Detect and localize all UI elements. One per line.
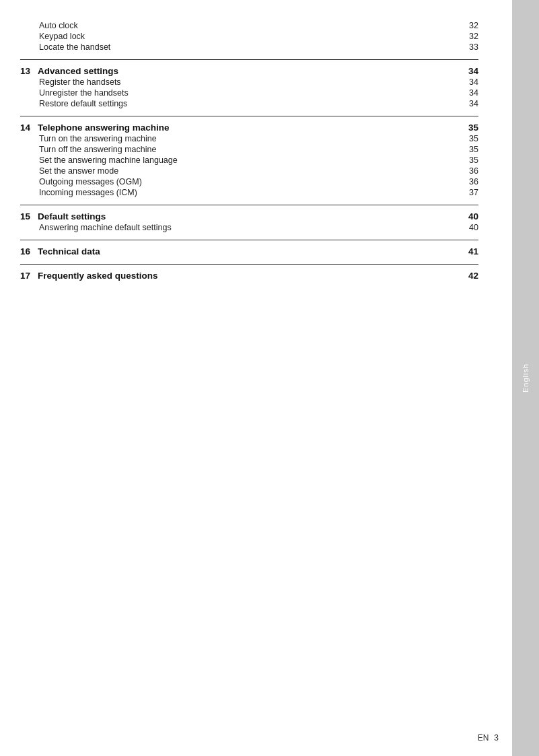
list-item: Unregister the handsets 34 (20, 88, 478, 98)
language-sidebar: English (512, 0, 539, 756)
section-divider (20, 264, 478, 265)
toc-item-label: Outgoing messages (OGM) (39, 177, 462, 186)
list-item: Restore default settings 34 (20, 98, 478, 109)
footer-page-number: 3 (494, 733, 499, 743)
toc-intro-section: Auto clock 32 Keypad lock 32 Locate the … (20, 20, 478, 53)
section-divider (20, 116, 478, 116)
toc-item-label: Set the answering machine language (39, 156, 462, 165)
toc-item-page: 32 (462, 21, 478, 30)
toc-item-label: Turn off the answering machine (39, 145, 462, 154)
list-item: Keypad lock 32 (20, 31, 478, 42)
footer-language: EN (478, 733, 489, 743)
section-title-row: 17 Frequently asked questions 42 (20, 270, 478, 281)
section-title-row: 14 Telephone answering machine 35 (20, 122, 478, 133)
list-item: Turn on the answering machine 35 (20, 133, 478, 144)
section-number: 13 (20, 66, 35, 76)
section-number: 17 (20, 271, 35, 281)
toc-item-label: Unregister the handsets (39, 88, 462, 98)
section-title-page: 42 (462, 271, 478, 281)
section-title-row: 13 Advanced settings 34 (20, 65, 478, 77)
language-label: English (522, 364, 530, 392)
list-item: Set the answering machine language 35 (20, 155, 478, 166)
toc-item-page: 37 (462, 188, 478, 197)
toc-item-page: 40 (462, 223, 478, 232)
section-number: 16 (20, 246, 35, 256)
toc-item-page: 35 (462, 134, 478, 143)
toc-item-page: 34 (462, 88, 478, 98)
section-number: 14 (20, 123, 35, 133)
section-title-label: Frequently asked questions (38, 271, 462, 281)
section-title-label: Technical data (38, 246, 462, 256)
section-divider (20, 59, 478, 60)
section-title-label: Default settings (38, 211, 462, 221)
toc-item-page: 35 (462, 156, 478, 165)
toc-section-14: 14 Telephone answering machine 35 Turn o… (20, 116, 478, 198)
list-item: Set the answer mode 36 (20, 166, 478, 176)
section-title-page: 35 (462, 123, 478, 133)
list-item: Outgoing messages (OGM) 36 (20, 176, 478, 187)
section-divider (20, 205, 478, 205)
toc-item-page: 36 (462, 177, 478, 186)
toc-item-label: Restore default settings (39, 99, 462, 108)
page-footer: EN 3 (478, 733, 499, 743)
toc-section-15: 15 Default settings 40 Answering machine… (20, 205, 478, 233)
toc-section-17: 17 Frequently asked questions 42 (20, 264, 478, 281)
section-title-page: 41 (462, 246, 478, 256)
section-title-label: Advanced settings (38, 66, 462, 76)
section-title-page: 40 (462, 211, 478, 221)
section-title-label: Telephone answering machine (38, 123, 462, 133)
toc-item-label: Answering machine default settings (39, 223, 462, 232)
toc-item-page: 34 (462, 77, 478, 87)
toc-section-13: 13 Advanced settings 34 Register the han… (20, 59, 478, 109)
toc-item-label: Auto clock (39, 21, 462, 30)
list-item: Incoming messages (ICM) 37 (20, 187, 478, 198)
section-title-row: 16 Technical data 41 (20, 246, 478, 257)
toc-item-page: 33 (462, 42, 478, 52)
list-item: Auto clock 32 (20, 20, 478, 31)
toc-item-label: Locate the handset (39, 42, 462, 52)
toc-item-label: Keypad lock (39, 32, 462, 41)
toc-item-label: Incoming messages (ICM) (39, 188, 462, 197)
toc-item-page: 34 (462, 99, 478, 108)
toc-item-page: 35 (462, 145, 478, 154)
list-item: Turn off the answering machine 35 (20, 144, 478, 155)
list-item: Locate the handset 33 (20, 42, 478, 53)
toc-item-label: Turn on the answering machine (39, 134, 462, 143)
toc-section-16: 16 Technical data 41 (20, 240, 478, 257)
section-title-page: 34 (462, 66, 478, 76)
page-content: Auto clock 32 Keypad lock 32 Locate the … (0, 0, 512, 756)
section-divider (20, 240, 478, 240)
list-item: Answering machine default settings 40 (20, 222, 478, 233)
toc-item-page: 32 (462, 32, 478, 41)
toc-item-label: Set the answer mode (39, 166, 462, 176)
toc-item-label: Register the handsets (39, 77, 462, 87)
toc-item-page: 36 (462, 166, 478, 176)
list-item: Register the handsets 34 (20, 77, 478, 88)
section-number: 15 (20, 211, 35, 221)
section-title-row: 15 Default settings 40 (20, 211, 478, 222)
